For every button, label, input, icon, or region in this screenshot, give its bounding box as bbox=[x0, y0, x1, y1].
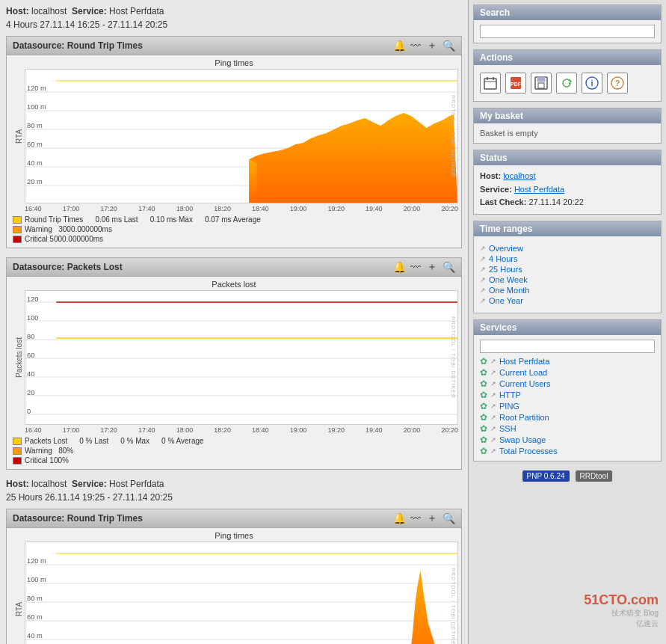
chart-container-2: Packets lost bbox=[10, 290, 458, 425]
chart-container-3: RTA bbox=[10, 542, 458, 644]
status-service: Service: Host Perfdata bbox=[480, 183, 655, 197]
pdf-icon[interactable]: PDF bbox=[505, 73, 526, 93]
service-gear-icon-7: ✿ bbox=[480, 423, 487, 434]
time-range-25hours[interactable]: ↗ 25 Hours bbox=[480, 265, 655, 274]
search-input[interactable] bbox=[480, 25, 655, 38]
legend-row-2: Warning 3000.000000ms bbox=[13, 225, 455, 233]
basket-text: Basket is empty bbox=[480, 129, 538, 138]
status-service-link[interactable]: Host Perfdata bbox=[514, 185, 564, 194]
chart-title-1: Ping times bbox=[10, 58, 458, 67]
services-section: Services ✿ ↗ Host Perfdata ✿ ↗ Current L… bbox=[473, 319, 662, 461]
service-label-total-processes: Total Processes bbox=[499, 447, 558, 456]
service-gear-icon-8: ✿ bbox=[480, 435, 487, 445]
ext-icon-4h: ↗ bbox=[480, 255, 486, 263]
service-http[interactable]: ✿ ↗ HTTP bbox=[480, 390, 655, 400]
chart-inner-1: 120 m 100 m 80 m 60 m 40 m 20 m bbox=[25, 69, 458, 203]
datasource-icons-3: 🔔 〰 ＋ 🔍 bbox=[392, 512, 455, 524]
wave-icon[interactable]: 〰 bbox=[409, 40, 422, 52]
time-range-2: 25 Hours 26.11.14 19:25 - 27.11.14 20:25 bbox=[6, 492, 462, 503]
info-icon[interactable]: i bbox=[582, 73, 602, 93]
datasource-block-3: Datasource: Round Trip Times 🔔 〰 ＋ 🔍 Pin… bbox=[6, 509, 462, 644]
zoom-icon[interactable]: 🔍 bbox=[442, 40, 455, 52]
ext-icon-overview: ↗ bbox=[480, 245, 486, 252]
service-ext-icon-4: ↗ bbox=[490, 391, 496, 399]
plus-icon-3[interactable]: ＋ bbox=[425, 512, 439, 524]
svg-text:PDF: PDF bbox=[511, 82, 522, 87]
service-ssh[interactable]: ✿ ↗ SSH bbox=[480, 423, 655, 434]
time-range-overview[interactable]: ↗ Overview bbox=[480, 244, 655, 253]
datasource-icons-1: 🔔 〰 ＋ 🔍 bbox=[392, 40, 455, 52]
time-range-4hours[interactable]: ↗ 4 Hours bbox=[480, 254, 655, 263]
svg-rect-54 bbox=[538, 83, 544, 88]
chart-inner-3: 120 m 100 m 80 m 60 m 40 m 20 m bbox=[25, 542, 458, 644]
status-lastcheck-value: 27.11.14 20:22 bbox=[528, 197, 583, 206]
service-swap-usage[interactable]: ✿ ↗ Swap Usage bbox=[480, 435, 655, 445]
service-label-current-users: Current Users bbox=[499, 379, 550, 388]
legend-color-yellow-2 bbox=[13, 438, 22, 445]
time-ranges-header: Time ranges bbox=[474, 221, 661, 236]
status-host-link[interactable]: localhost bbox=[503, 171, 535, 180]
save-icon[interactable] bbox=[531, 73, 552, 93]
status-details: Host: localhost Service: Host Perfdata L… bbox=[480, 170, 655, 209]
datasource-header-3: Datasource: Round Trip Times 🔔 〰 ＋ 🔍 bbox=[7, 509, 461, 528]
datasource-block-1: Datasource: Round Trip Times 🔔 〰 ＋ 🔍 Pin… bbox=[6, 36, 462, 248]
service-root-partition[interactable]: ✿ ↗ Root Partition bbox=[480, 412, 655, 423]
chart-svg-3: 120 m 100 m 80 m 60 m 40 m 20 m bbox=[25, 542, 458, 644]
time-range-oneweek[interactable]: ↗ One Week bbox=[480, 275, 655, 284]
services-header: Services bbox=[474, 320, 661, 335]
svg-rect-53 bbox=[537, 77, 545, 82]
basket-content: Basket is empty bbox=[474, 123, 661, 143]
service-value-1: Host Perfdata bbox=[109, 6, 164, 16]
service-label-current-load: Current Load bbox=[499, 368, 547, 377]
plus-icon[interactable]: ＋ bbox=[425, 40, 439, 52]
rrd-badge[interactable]: RRDtool bbox=[576, 470, 613, 482]
service-current-load[interactable]: ✿ ↗ Current Load bbox=[480, 367, 655, 378]
datasource-title-1: Datasource: Round Trip Times bbox=[13, 40, 143, 51]
service-host-perfdata[interactable]: ✿ ↗ Host Perfdata bbox=[480, 356, 655, 367]
legend-color-orange-2 bbox=[13, 447, 22, 455]
chart-container-1: RTA bbox=[10, 69, 458, 203]
service-ping[interactable]: ✿ ↗ PING bbox=[480, 401, 655, 411]
status-section: Status Host: localhost Service: Host Per… bbox=[473, 150, 662, 215]
help-icon[interactable]: ? bbox=[607, 73, 628, 93]
legend-item-critical-2: Critical 100% bbox=[13, 456, 69, 464]
speaker-icon[interactable]: 🔔 bbox=[392, 40, 406, 52]
speaker-icon-3[interactable]: 🔔 bbox=[392, 512, 406, 524]
legend-item-pl: Packets Lost bbox=[13, 437, 67, 445]
svg-text:120 m: 120 m bbox=[27, 85, 46, 92]
svg-text:100: 100 bbox=[27, 314, 38, 322]
wave-icon-2[interactable]: 〰 bbox=[409, 261, 422, 273]
host-label-1: Host: bbox=[6, 6, 29, 16]
ext-icon-1w: ↗ bbox=[480, 276, 486, 283]
svg-text:120: 120 bbox=[27, 295, 38, 303]
wave-icon-3[interactable]: 〰 bbox=[409, 512, 422, 524]
ext-icon-1m: ↗ bbox=[480, 286, 486, 294]
svg-marker-14 bbox=[249, 159, 256, 203]
time-range-oneyear[interactable]: ↗ One Year bbox=[480, 296, 655, 305]
legend-item-warning-1: Warning 3000.000000ms bbox=[13, 225, 112, 233]
services-search-input[interactable] bbox=[480, 340, 655, 353]
service-total-processes[interactable]: ✿ ↗ Total Processes bbox=[480, 446, 655, 456]
legend-1: Round Trip Times 0.06 ms Last 0.10 ms Ma… bbox=[7, 212, 461, 248]
service-ext-icon-3: ↗ bbox=[490, 380, 496, 387]
speaker-icon-2[interactable]: 🔔 bbox=[392, 261, 406, 273]
service-ext-icon-9: ↗ bbox=[490, 447, 496, 455]
zoom-icon-3[interactable]: 🔍 bbox=[442, 512, 455, 524]
zoom-icon-2[interactable]: 🔍 bbox=[442, 261, 455, 273]
service-current-users[interactable]: ✿ ↗ Current Users bbox=[480, 378, 655, 389]
time-range-onemonth[interactable]: ↗ One Month bbox=[480, 286, 655, 295]
chart-title-2: Packets lost bbox=[10, 280, 458, 289]
datasource-header-2: Datasource: Packets Lost 🔔 〰 ＋ 🔍 bbox=[7, 258, 461, 277]
calendar-icon[interactable] bbox=[480, 73, 501, 93]
svg-text:20 m: 20 m bbox=[27, 178, 43, 185]
legend-item-rtt: Round Trip Times bbox=[13, 215, 83, 224]
datasource-block-2: Datasource: Packets Lost 🔔 〰 ＋ 🔍 Packets… bbox=[6, 257, 462, 470]
legend-color-red-1 bbox=[13, 236, 22, 243]
service-gear-icon: ✿ bbox=[480, 356, 487, 367]
plus-icon-2[interactable]: ＋ bbox=[425, 261, 439, 273]
chart-svg-2: 120 100 80 60 40 20 0 bbox=[25, 290, 458, 425]
chart-wrapper-2: Packets lost Packets lost bbox=[7, 277, 461, 434]
refresh-icon[interactable] bbox=[556, 73, 577, 93]
search-content bbox=[474, 20, 661, 43]
service-label-host-perfdata: Host Perfdata bbox=[499, 357, 549, 366]
